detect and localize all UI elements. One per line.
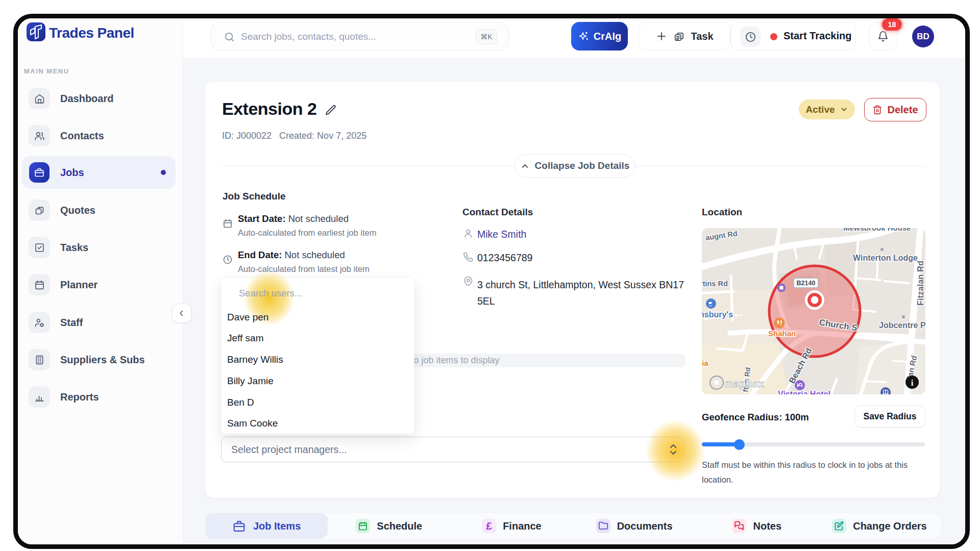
svg-text:lia: lia — [702, 359, 708, 367]
svg-text:Winterton Lodge: Winterton Lodge — [853, 254, 918, 262]
svg-text:i: i — [911, 378, 914, 388]
svg-text:Victoria Hotel: Victoria Hotel — [778, 390, 830, 394]
svg-text:Fitzalan Rd: Fitzalan Rd — [916, 261, 925, 306]
svg-text:Jobcentre Plu: Jobcentre Plu — [879, 321, 925, 330]
svg-text:mapbox: mapbox — [725, 378, 764, 389]
svg-text:nsbury's: nsbury's — [702, 310, 733, 319]
svg-text:B2140: B2140 — [797, 280, 816, 287]
svg-text:Shahan: Shahan — [768, 329, 796, 338]
svg-text:rtins Rd: rtins Rd — [702, 280, 728, 288]
svg-text:Mewsbrook House: Mewsbrook House — [843, 228, 911, 232]
